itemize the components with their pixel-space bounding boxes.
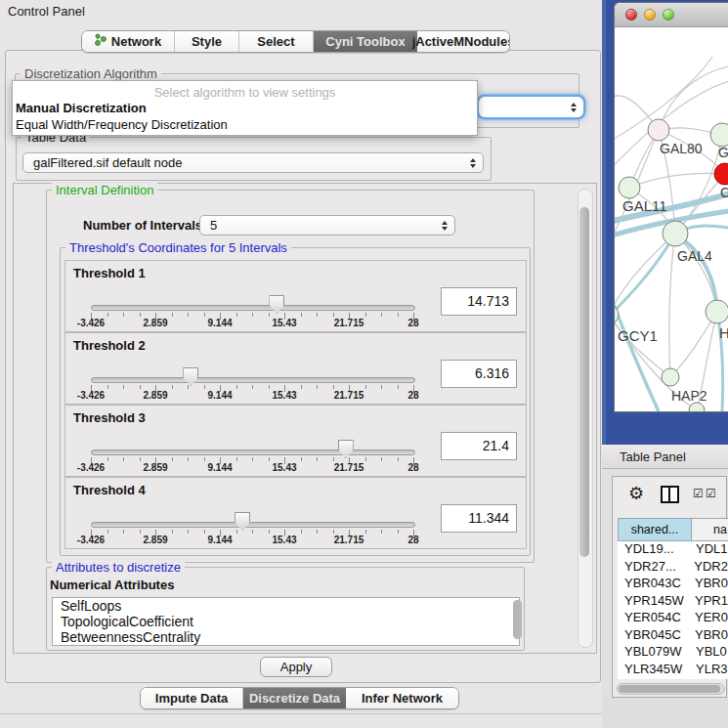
cell-shared-name: YIL052C xyxy=(618,678,692,679)
tab-cyni-toolbox[interactable]: Cyni Toolbox xyxy=(314,31,417,52)
threshold-slider-track[interactable] xyxy=(91,377,415,383)
tab-label: Discretize Data xyxy=(249,688,340,708)
tick-mark xyxy=(317,385,318,389)
tick-mark xyxy=(398,313,399,317)
tab-label: Network xyxy=(111,31,161,52)
threshold-slider-thumb[interactable] xyxy=(269,295,284,314)
algorithm-combobox[interactable] xyxy=(479,97,583,117)
network-node[interactable] xyxy=(662,368,679,386)
threshold-value-field[interactable]: 11.344 xyxy=(441,504,517,533)
network-node[interactable] xyxy=(706,300,728,323)
network-view-window[interactable]: GAL80GACGAL11GAL4HGCY1HAP2 xyxy=(614,2,728,412)
attributes-group-title: Attributes to discretize xyxy=(52,560,185,575)
tick-mark xyxy=(333,530,334,534)
checkbox-icon[interactable]: ☑ xyxy=(706,487,716,500)
tick-mark xyxy=(301,530,302,534)
threshold-slider-track[interactable] xyxy=(91,450,415,455)
table-row[interactable]: YBR045CYBR0 xyxy=(618,627,728,645)
tick-mark xyxy=(204,457,205,461)
tab-network[interactable]: Network xyxy=(82,31,175,52)
cell-name: YLR3 xyxy=(692,662,728,679)
attribute-list-item[interactable]: BetweennessCentrality xyxy=(53,629,519,645)
network-node[interactable] xyxy=(619,177,640,198)
tick-mark xyxy=(301,457,302,461)
tick-mark xyxy=(107,313,108,317)
tick-mark xyxy=(269,530,270,534)
tick-label: 28 xyxy=(389,390,438,401)
tick-mark xyxy=(333,457,334,461)
tick-mark xyxy=(301,313,302,317)
tick-mark xyxy=(381,385,382,389)
tick-mark xyxy=(140,530,141,534)
threshold-value-field[interactable]: 14.713 xyxy=(441,287,517,316)
table-row[interactable]: YBR043CYBR0 xyxy=(618,576,728,593)
combo-stepper-icon xyxy=(571,103,577,112)
table-data-combobox[interactable]: galFiltered.sif default node xyxy=(22,152,484,173)
attribute-list-item[interactable]: SelfLoops xyxy=(53,598,519,614)
network-node[interactable] xyxy=(714,163,728,185)
table-hscrollbar[interactable] xyxy=(617,683,725,695)
threshold-label: Threshold 3 xyxy=(73,410,146,425)
threshold-slider-thumb[interactable] xyxy=(235,512,250,531)
attributes-scrollbar[interactable] xyxy=(513,600,522,639)
tick-mark xyxy=(123,313,124,317)
top-tab-bar: NetworkStyleSelectCyni ToolboxjActiveMNo… xyxy=(81,30,510,53)
num-intervals-combobox[interactable]: 5 xyxy=(199,215,455,236)
dropdown-option-manual[interactable]: Manual Discretization xyxy=(16,101,147,115)
column-header-name[interactable]: na xyxy=(692,518,728,541)
threshold-label: Threshold 4 xyxy=(73,483,146,497)
num-intervals-label: Number of Intervals xyxy=(83,218,202,233)
numerical-attributes-label: Numerical Attributes xyxy=(50,578,174,592)
network-window-titlebar[interactable] xyxy=(615,3,728,27)
cell-shared-name: YBR043C xyxy=(618,576,691,593)
tick-label: 9.144 xyxy=(195,462,244,473)
dropdown-option-equal-width[interactable]: Equal Width/Frequency Discretization xyxy=(16,117,228,132)
column-header-shared[interactable]: shared... xyxy=(618,518,692,541)
tick-mark xyxy=(252,530,253,534)
checkbox-icon[interactable]: ☑ xyxy=(693,487,704,500)
table-row[interactable]: YDR27...YDR2 xyxy=(618,559,728,577)
interval-definition-title: Interval Definition xyxy=(52,183,157,197)
table-row[interactable]: YDL19...YDL1 xyxy=(618,541,728,559)
threshold-slider-thumb[interactable] xyxy=(183,367,198,386)
threshold-value-field[interactable]: 21.4 xyxy=(441,432,517,460)
threshold-value-field[interactable]: 6.316 xyxy=(441,360,517,388)
tab-style[interactable]: Style xyxy=(175,31,239,52)
threshold-slider-thumb[interactable] xyxy=(338,440,354,458)
tab-jactivemnodules[interactable]: jActiveMNodules xyxy=(417,31,509,52)
attribute-list-item[interactable]: TopologicalCoefficient xyxy=(53,614,519,629)
split-columns-icon[interactable] xyxy=(661,486,679,503)
threshold-slider-track[interactable] xyxy=(91,522,415,528)
tab-impute-data[interactable]: Impute Data xyxy=(141,688,243,708)
table-row[interactable]: YBL079WYBL0 xyxy=(618,644,728,662)
tick-mark xyxy=(204,530,205,534)
gear-icon[interactable]: ⚙ xyxy=(628,483,644,504)
attributes-group: Attributes to discretize Numerical Attri… xyxy=(46,567,525,651)
minimize-traffic-light-icon[interactable] xyxy=(644,9,656,21)
network-node[interactable] xyxy=(648,119,669,141)
table-row[interactable]: YER054CYER0 xyxy=(618,610,728,627)
network-node[interactable] xyxy=(663,221,688,246)
tick-mark xyxy=(107,457,108,461)
tick-mark xyxy=(301,385,302,389)
tick-mark xyxy=(123,457,124,461)
zoom-traffic-light-icon[interactable] xyxy=(663,9,674,21)
table-panel-body: ⚙ ☑ ☑ shared... na YDL19...YDL1YDR27...Y… xyxy=(602,469,728,698)
tick-mark xyxy=(252,313,253,317)
table-row[interactable]: YLR345WYLR3 xyxy=(618,662,728,679)
tab-select[interactable]: Select xyxy=(239,31,314,52)
close-traffic-light-icon[interactable] xyxy=(625,9,637,21)
apply-button[interactable]: Apply xyxy=(260,657,332,677)
network-node[interactable] xyxy=(710,123,728,147)
tick-mark xyxy=(107,385,108,389)
settings-vertical-scrollbar[interactable] xyxy=(578,189,593,648)
tab-infer-network[interactable]: Infer Network xyxy=(346,688,458,708)
table-row[interactable]: YPR145WYPR1 xyxy=(618,593,728,611)
numerical-attributes-list[interactable]: SelfLoopsTopologicalCoefficientBetweenne… xyxy=(52,597,520,646)
table-row[interactable]: YIL052CYIL0 xyxy=(618,678,728,679)
tab-discretize-data[interactable]: Discretize Data xyxy=(243,688,346,708)
network-node[interactable] xyxy=(689,403,705,411)
network-canvas[interactable]: GAL80GACGAL11GAL4HGCY1HAP2 xyxy=(615,27,728,411)
threshold-slider-track[interactable] xyxy=(91,305,415,311)
tick-mark xyxy=(317,530,318,534)
